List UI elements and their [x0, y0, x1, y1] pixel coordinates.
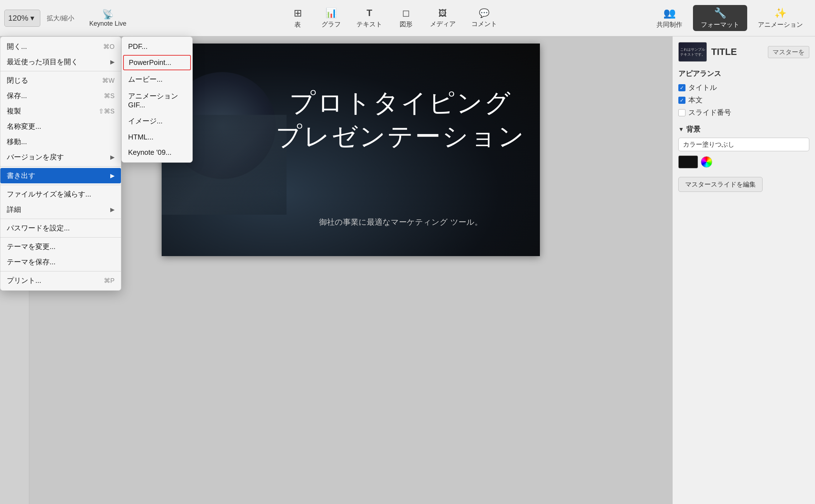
menu-item-detail[interactable]: 詳細 ▶: [0, 202, 121, 217]
export-movie[interactable]: ムービー...: [122, 71, 192, 88]
menu-item-move[interactable]: 移動...: [0, 134, 121, 149]
menu-item-reduce[interactable]: ファイルサイズを減らす...: [0, 187, 121, 202]
export-image-label: イメージ...: [128, 116, 163, 126]
menu-save-shortcut: ⌘S: [104, 92, 115, 100]
export-submenu: PDF... PowerPoint... ムービー... アニメーションGIF.…: [121, 36, 193, 163]
menu-sep-2: [0, 166, 121, 167]
menu-rename-label: 名称変更...: [7, 122, 41, 131]
menu-detail-label: 詳細: [7, 205, 21, 214]
menu-revert-arrow: ▶: [110, 154, 115, 161]
menu-open-recent-arrow: ▶: [110, 58, 115, 65]
export-image[interactable]: イメージ...: [122, 113, 192, 129]
export-html-label: HTML...: [128, 133, 153, 141]
menu-close-shortcut: ⌘W: [102, 77, 115, 85]
export-powerpoint[interactable]: PowerPoint...: [123, 55, 191, 70]
menu-duplicate-shortcut: ⇧⌘S: [98, 107, 115, 115]
menu-reduce-label: ファイルサイズを減らす...: [7, 189, 91, 199]
menu-close-label: 閉じる: [7, 76, 28, 85]
menu-duplicate-label: 複製: [7, 106, 21, 116]
export-html[interactable]: HTML...: [122, 129, 192, 145]
menu-item-close[interactable]: 閉じる ⌘W: [0, 73, 121, 88]
export-gif-label: アニメーションGIF...: [128, 91, 186, 109]
menu-overlay: 開く... ⌘O 最近使った項目を開く ▶ 閉じる ⌘W 保存... ⌘S 複製…: [0, 0, 815, 504]
menu-sep-5: [0, 237, 121, 238]
menu-password-label: パスワードを設定...: [7, 223, 70, 233]
menu-item-open-recent[interactable]: 最近使った項目を開く ▶: [0, 54, 121, 70]
menu-save-theme-label: テーマを保存...: [7, 257, 56, 267]
menu-item-save[interactable]: 保存... ⌘S: [0, 88, 121, 103]
menu-print-label: プリント...: [7, 276, 41, 285]
menu-change-theme-label: テーマを変更...: [7, 242, 56, 251]
menu-item-revert[interactable]: バージョンを戻す ▶: [0, 149, 121, 165]
menu-item-password[interactable]: パスワードを設定...: [0, 220, 121, 236]
export-pdf-label: PDF...: [128, 42, 147, 51]
menu-item-export[interactable]: 書き出す ▶: [0, 168, 121, 183]
menu-item-rename[interactable]: 名称変更...: [0, 119, 121, 134]
menu-save-label: 保存...: [7, 91, 27, 101]
menu-open-label: 開く...: [7, 42, 27, 51]
menu-open-shortcut: ⌘O: [103, 43, 115, 51]
menu-print-shortcut: ⌘P: [104, 277, 115, 285]
export-keynote09[interactable]: Keynote '09...: [122, 145, 192, 160]
menu-open-recent-label: 最近使った項目を開く: [7, 57, 78, 67]
export-pdf[interactable]: PDF...: [122, 39, 192, 54]
menu-sep-6: [0, 271, 121, 271]
menu-export-label: 書き出す: [7, 171, 35, 180]
menu-sep-3: [0, 185, 121, 185]
menu-sep-1: [0, 71, 121, 71]
menu-item-open[interactable]: 開く... ⌘O: [0, 39, 121, 54]
menu-detail-arrow: ▶: [110, 206, 115, 213]
menu-export-arrow: ▶: [110, 172, 115, 179]
menu-item-print[interactable]: プリント... ⌘P: [0, 273, 121, 288]
export-keynote09-label: Keynote '09...: [128, 148, 172, 157]
export-powerpoint-label: PowerPoint...: [129, 58, 171, 67]
export-movie-label: ムービー...: [128, 75, 163, 84]
menu-item-save-theme[interactable]: テーマを保存...: [0, 254, 121, 270]
menu-move-label: 移動...: [7, 137, 27, 147]
export-gif[interactable]: アニメーションGIF...: [122, 88, 192, 113]
menu-item-duplicate[interactable]: 複製 ⇧⌘S: [0, 103, 121, 119]
menu-revert-label: バージョンを戻す: [7, 152, 64, 162]
menu-item-change-theme[interactable]: テーマを変更...: [0, 239, 121, 254]
file-menu: 開く... ⌘O 最近使った項目を開く ▶ 閉じる ⌘W 保存... ⌘S 複製…: [0, 36, 121, 291]
menu-sep-4: [0, 219, 121, 219]
